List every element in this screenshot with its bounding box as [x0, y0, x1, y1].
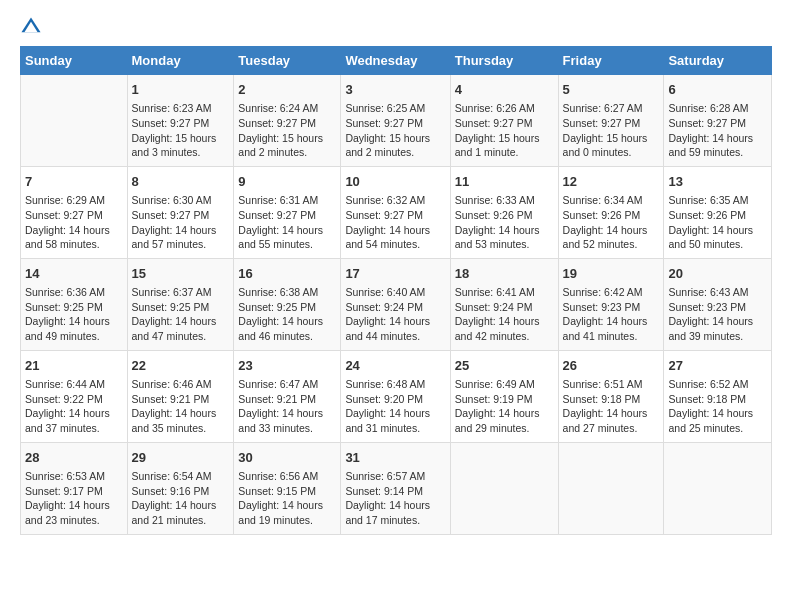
calendar-cell: 27Sunrise: 6:52 AMSunset: 9:18 PMDayligh…: [664, 350, 772, 442]
calendar-cell: 20Sunrise: 6:43 AMSunset: 9:23 PMDayligh…: [664, 258, 772, 350]
day-number: 16: [238, 265, 336, 283]
day-info: Sunrise: 6:25 AMSunset: 9:27 PMDaylight:…: [345, 101, 445, 160]
day-info: Sunrise: 6:36 AMSunset: 9:25 PMDaylight:…: [25, 285, 123, 344]
day-info: Sunrise: 6:26 AMSunset: 9:27 PMDaylight:…: [455, 101, 554, 160]
header-cell-thursday: Thursday: [450, 47, 558, 75]
calendar-cell: 22Sunrise: 6:46 AMSunset: 9:21 PMDayligh…: [127, 350, 234, 442]
calendar-cell: [450, 442, 558, 534]
day-info: Sunrise: 6:47 AMSunset: 9:21 PMDaylight:…: [238, 377, 336, 436]
day-info: Sunrise: 6:48 AMSunset: 9:20 PMDaylight:…: [345, 377, 445, 436]
day-info: Sunrise: 6:30 AMSunset: 9:27 PMDaylight:…: [132, 193, 230, 252]
calendar-cell: 16Sunrise: 6:38 AMSunset: 9:25 PMDayligh…: [234, 258, 341, 350]
day-info: Sunrise: 6:24 AMSunset: 9:27 PMDaylight:…: [238, 101, 336, 160]
header-cell-friday: Friday: [558, 47, 664, 75]
calendar-table: SundayMondayTuesdayWednesdayThursdayFrid…: [20, 46, 772, 535]
day-info: Sunrise: 6:31 AMSunset: 9:27 PMDaylight:…: [238, 193, 336, 252]
day-number: 13: [668, 173, 767, 191]
day-number: 26: [563, 357, 660, 375]
calendar-cell: [21, 75, 128, 167]
day-info: Sunrise: 6:42 AMSunset: 9:23 PMDaylight:…: [563, 285, 660, 344]
day-number: 12: [563, 173, 660, 191]
calendar-cell: 26Sunrise: 6:51 AMSunset: 9:18 PMDayligh…: [558, 350, 664, 442]
day-number: 28: [25, 449, 123, 467]
calendar-cell: 9Sunrise: 6:31 AMSunset: 9:27 PMDaylight…: [234, 166, 341, 258]
calendar-cell: 8Sunrise: 6:30 AMSunset: 9:27 PMDaylight…: [127, 166, 234, 258]
day-number: 24: [345, 357, 445, 375]
week-row-3: 14Sunrise: 6:36 AMSunset: 9:25 PMDayligh…: [21, 258, 772, 350]
calendar-cell: 18Sunrise: 6:41 AMSunset: 9:24 PMDayligh…: [450, 258, 558, 350]
calendar-cell: 21Sunrise: 6:44 AMSunset: 9:22 PMDayligh…: [21, 350, 128, 442]
day-number: 2: [238, 81, 336, 99]
calendar-cell: 13Sunrise: 6:35 AMSunset: 9:26 PMDayligh…: [664, 166, 772, 258]
day-info: Sunrise: 6:56 AMSunset: 9:15 PMDaylight:…: [238, 469, 336, 528]
day-info: Sunrise: 6:33 AMSunset: 9:26 PMDaylight:…: [455, 193, 554, 252]
day-info: Sunrise: 6:29 AMSunset: 9:27 PMDaylight:…: [25, 193, 123, 252]
day-info: Sunrise: 6:54 AMSunset: 9:16 PMDaylight:…: [132, 469, 230, 528]
calendar-cell: 4Sunrise: 6:26 AMSunset: 9:27 PMDaylight…: [450, 75, 558, 167]
calendar-cell: 30Sunrise: 6:56 AMSunset: 9:15 PMDayligh…: [234, 442, 341, 534]
day-number: 17: [345, 265, 445, 283]
day-info: Sunrise: 6:57 AMSunset: 9:14 PMDaylight:…: [345, 469, 445, 528]
day-number: 25: [455, 357, 554, 375]
day-info: Sunrise: 6:52 AMSunset: 9:18 PMDaylight:…: [668, 377, 767, 436]
header-cell-sunday: Sunday: [21, 47, 128, 75]
day-info: Sunrise: 6:40 AMSunset: 9:24 PMDaylight:…: [345, 285, 445, 344]
calendar-cell: 28Sunrise: 6:53 AMSunset: 9:17 PMDayligh…: [21, 442, 128, 534]
day-info: Sunrise: 6:41 AMSunset: 9:24 PMDaylight:…: [455, 285, 554, 344]
week-row-4: 21Sunrise: 6:44 AMSunset: 9:22 PMDayligh…: [21, 350, 772, 442]
day-number: 14: [25, 265, 123, 283]
day-info: Sunrise: 6:51 AMSunset: 9:18 PMDaylight:…: [563, 377, 660, 436]
day-info: Sunrise: 6:49 AMSunset: 9:19 PMDaylight:…: [455, 377, 554, 436]
header-cell-wednesday: Wednesday: [341, 47, 450, 75]
day-number: 8: [132, 173, 230, 191]
header-cell-tuesday: Tuesday: [234, 47, 341, 75]
day-info: Sunrise: 6:35 AMSunset: 9:26 PMDaylight:…: [668, 193, 767, 252]
calendar-cell: [664, 442, 772, 534]
calendar-cell: 25Sunrise: 6:49 AMSunset: 9:19 PMDayligh…: [450, 350, 558, 442]
day-info: Sunrise: 6:23 AMSunset: 9:27 PMDaylight:…: [132, 101, 230, 160]
calendar-cell: 5Sunrise: 6:27 AMSunset: 9:27 PMDaylight…: [558, 75, 664, 167]
day-number: 23: [238, 357, 336, 375]
day-number: 5: [563, 81, 660, 99]
day-number: 21: [25, 357, 123, 375]
day-number: 1: [132, 81, 230, 99]
day-number: 15: [132, 265, 230, 283]
day-number: 9: [238, 173, 336, 191]
day-number: 31: [345, 449, 445, 467]
day-number: 3: [345, 81, 445, 99]
day-number: 20: [668, 265, 767, 283]
day-info: Sunrise: 6:27 AMSunset: 9:27 PMDaylight:…: [563, 101, 660, 160]
day-info: Sunrise: 6:46 AMSunset: 9:21 PMDaylight:…: [132, 377, 230, 436]
week-row-5: 28Sunrise: 6:53 AMSunset: 9:17 PMDayligh…: [21, 442, 772, 534]
calendar-cell: [558, 442, 664, 534]
calendar-cell: 19Sunrise: 6:42 AMSunset: 9:23 PMDayligh…: [558, 258, 664, 350]
calendar-cell: 6Sunrise: 6:28 AMSunset: 9:27 PMDaylight…: [664, 75, 772, 167]
day-number: 4: [455, 81, 554, 99]
header-cell-monday: Monday: [127, 47, 234, 75]
week-row-2: 7Sunrise: 6:29 AMSunset: 9:27 PMDaylight…: [21, 166, 772, 258]
day-info: Sunrise: 6:34 AMSunset: 9:26 PMDaylight:…: [563, 193, 660, 252]
week-row-1: 1Sunrise: 6:23 AMSunset: 9:27 PMDaylight…: [21, 75, 772, 167]
day-info: Sunrise: 6:44 AMSunset: 9:22 PMDaylight:…: [25, 377, 123, 436]
calendar-cell: 23Sunrise: 6:47 AMSunset: 9:21 PMDayligh…: [234, 350, 341, 442]
day-number: 19: [563, 265, 660, 283]
calendar-cell: 2Sunrise: 6:24 AMSunset: 9:27 PMDaylight…: [234, 75, 341, 167]
calendar-cell: 29Sunrise: 6:54 AMSunset: 9:16 PMDayligh…: [127, 442, 234, 534]
logo: [20, 16, 46, 38]
calendar-cell: 31Sunrise: 6:57 AMSunset: 9:14 PMDayligh…: [341, 442, 450, 534]
page-header: [20, 16, 772, 38]
day-info: Sunrise: 6:32 AMSunset: 9:27 PMDaylight:…: [345, 193, 445, 252]
day-info: Sunrise: 6:43 AMSunset: 9:23 PMDaylight:…: [668, 285, 767, 344]
calendar-cell: 11Sunrise: 6:33 AMSunset: 9:26 PMDayligh…: [450, 166, 558, 258]
calendar-cell: 1Sunrise: 6:23 AMSunset: 9:27 PMDaylight…: [127, 75, 234, 167]
header-row: SundayMondayTuesdayWednesdayThursdayFrid…: [21, 47, 772, 75]
day-number: 30: [238, 449, 336, 467]
calendar-cell: 3Sunrise: 6:25 AMSunset: 9:27 PMDaylight…: [341, 75, 450, 167]
day-number: 6: [668, 81, 767, 99]
calendar-cell: 7Sunrise: 6:29 AMSunset: 9:27 PMDaylight…: [21, 166, 128, 258]
day-number: 10: [345, 173, 445, 191]
day-info: Sunrise: 6:38 AMSunset: 9:25 PMDaylight:…: [238, 285, 336, 344]
day-number: 7: [25, 173, 123, 191]
logo-icon: [20, 16, 42, 38]
calendar-cell: 17Sunrise: 6:40 AMSunset: 9:24 PMDayligh…: [341, 258, 450, 350]
